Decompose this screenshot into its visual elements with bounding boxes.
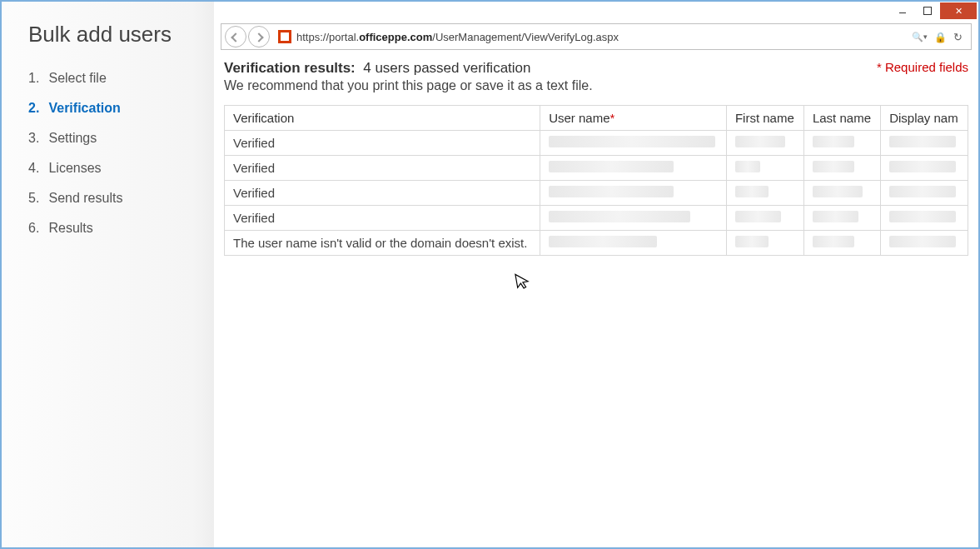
required-asterisk-icon: * <box>610 111 615 125</box>
cell-verification: Verified <box>225 181 540 206</box>
refresh-button[interactable] <box>953 31 963 43</box>
url-host: officeppe.com <box>359 31 432 43</box>
cell-firstname <box>726 231 803 256</box>
cell-displayname <box>881 206 968 231</box>
cell-displayname <box>881 231 968 256</box>
redacted-value <box>549 186 674 197</box>
redacted-value <box>735 236 769 247</box>
col-header: Verification <box>225 106 540 131</box>
verification-header: Verification results: 4 users passed ver… <box>224 60 968 93</box>
table-row: Verified <box>225 206 968 231</box>
verification-results-summary: 4 users passed verification <box>363 60 530 76</box>
table-row: Verified <box>225 156 968 181</box>
verification-table: VerificationUser name*First nameLast nam… <box>224 105 968 256</box>
address-url[interactable]: https://portal.officeppe.com/UserManagem… <box>296 31 912 43</box>
arrow-right-icon <box>256 31 262 43</box>
url-prefix: https://portal. <box>296 31 359 43</box>
wizard-step-list: 1. Select file2. Verification3. Settings… <box>28 71 214 236</box>
wizard-step-5[interactable]: 5. Send results <box>28 191 214 206</box>
redacted-value <box>735 211 781 222</box>
step-number: 5. <box>28 191 45 206</box>
wizard-step-2[interactable]: 2. Verification <box>28 101 214 116</box>
redacted-value <box>549 136 715 147</box>
window-minimize-button[interactable] <box>890 3 915 18</box>
address-right-controls <box>912 31 971 43</box>
table-row: Verified <box>225 181 968 206</box>
redacted-value <box>889 136 956 147</box>
cell-verification: The user name isn't valid or the domain … <box>225 231 540 256</box>
redacted-value <box>889 186 956 197</box>
step-number: 4. <box>28 161 45 176</box>
cell-verification: Verified <box>225 206 540 231</box>
search-dropdown-icon[interactable] <box>912 32 928 42</box>
redacted-value <box>889 211 956 222</box>
window-titlebar <box>214 2 978 20</box>
cell-lastname <box>803 206 880 231</box>
cell-displayname <box>881 131 968 156</box>
step-label: Verification <box>48 101 120 115</box>
cell-username <box>540 231 727 256</box>
cell-username <box>540 156 727 181</box>
cell-firstname <box>726 156 803 181</box>
step-number: 2. <box>28 101 45 116</box>
page-content: Verification results: 4 users passed ver… <box>214 50 978 256</box>
redacted-value <box>813 136 854 147</box>
browser-pane: https://portal.officeppe.com/UserManagem… <box>214 2 978 547</box>
cell-username <box>540 206 727 231</box>
redacted-value <box>549 161 674 172</box>
step-label: Licenses <box>48 161 101 175</box>
nav-back-button[interactable] <box>225 26 246 47</box>
step-label: Settings <box>48 131 97 145</box>
col-header: Last name <box>803 106 880 131</box>
col-header: First name <box>726 106 803 131</box>
wizard-step-1[interactable]: 1. Select file <box>28 71 214 86</box>
lock-icon <box>934 31 947 43</box>
wizard-step-4[interactable]: 4. Licenses <box>28 161 214 176</box>
window-close-button[interactable] <box>940 2 977 19</box>
cell-firstname <box>726 181 803 206</box>
arrow-left-icon <box>232 31 239 43</box>
url-path: /UserManagement/ViewVerifyLog.aspx <box>432 31 619 43</box>
wizard-sidebar: Bulk add users 1. Select file2. Verifica… <box>2 2 214 547</box>
redacted-value <box>813 211 858 222</box>
cell-firstname <box>726 206 803 231</box>
redacted-value <box>813 236 854 247</box>
redacted-value <box>735 161 760 172</box>
browser-address-bar: https://portal.officeppe.com/UserManagem… <box>221 23 972 50</box>
col-header: Display nam <box>881 106 968 131</box>
cell-lastname <box>803 131 880 156</box>
cell-displayname <box>881 156 968 181</box>
redacted-value <box>889 236 956 247</box>
cell-lastname <box>803 231 880 256</box>
required-fields-note: * Required fields <box>877 60 968 74</box>
col-header: User name* <box>540 106 727 131</box>
cell-username <box>540 181 727 206</box>
window-maximize-button[interactable] <box>915 3 940 18</box>
step-label: Results <box>48 221 92 235</box>
step-label: Select file <box>48 71 106 85</box>
wizard-title: Bulk add users <box>28 22 214 47</box>
mouse-cursor-icon <box>514 271 532 296</box>
redacted-value <box>889 161 956 172</box>
cell-verification: Verified <box>225 131 540 156</box>
wizard-step-3[interactable]: 3. Settings <box>28 131 214 146</box>
step-number: 1. <box>28 71 45 86</box>
cell-lastname <box>803 156 880 181</box>
cell-lastname <box>803 181 880 206</box>
redacted-value <box>735 186 769 197</box>
step-number: 3. <box>28 131 45 146</box>
nav-forward-button[interactable] <box>248 26 270 47</box>
step-number: 6. <box>28 221 45 236</box>
cell-displayname <box>881 181 968 206</box>
redacted-value <box>813 186 863 197</box>
cell-firstname <box>726 131 803 156</box>
redacted-value <box>549 211 690 222</box>
wizard-step-6[interactable]: 6. Results <box>28 221 214 236</box>
table-header-row: VerificationUser name*First nameLast nam… <box>225 106 968 131</box>
redacted-value <box>735 136 785 147</box>
cell-verification: Verified <box>225 156 540 181</box>
cell-username <box>540 131 727 156</box>
verification-results-label: Verification results: <box>224 60 356 76</box>
table-row: Verified <box>225 131 968 156</box>
redacted-value <box>813 161 854 172</box>
